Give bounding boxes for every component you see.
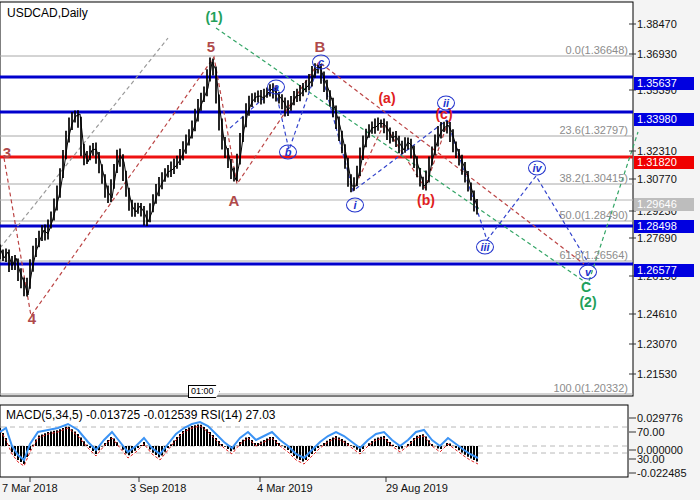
price-highlight-blue: 1.26577 (634, 264, 694, 277)
price-highlight-blue: 1.33980 (634, 113, 694, 126)
wave-label-b: (b) (417, 192, 435, 208)
price-axis-label: 1.38470 (637, 18, 677, 30)
time-axis-label: 7 Mar 2018 (2, 482, 58, 494)
wave-circle-ii: ii (437, 96, 455, 111)
price-axis-label: 1.24610 (637, 308, 677, 320)
fib-label: 100.0(1.20332) (553, 382, 628, 394)
price-highlight-blue: 1.28498 (634, 220, 694, 233)
price-highlight-blue: 1.35637 (634, 77, 694, 90)
wave-label-4: 4 (28, 310, 36, 327)
indicator-axis-label: 30.00 (637, 453, 665, 465)
wave-circle-v: v (579, 265, 597, 280)
wave-label-A: A (229, 192, 240, 209)
indicator-label: MACD(5,34,5) -0.013725 -0.012539 RSI(14)… (6, 408, 276, 422)
wave-label-2: (2) (579, 294, 596, 310)
wave-circle-iii: iii (476, 240, 494, 255)
indicator-axis-label: -0.022485 (637, 467, 687, 479)
indicator-axis-label: 0.029776 (637, 412, 683, 424)
wave-circle-b: b (279, 145, 297, 160)
wave-circle-c: c (312, 55, 330, 70)
symbol-period-label: USDCAD,Daily (7, 6, 88, 20)
price-axis-label: 1.30770 (637, 173, 677, 185)
wave-label-3: 3 (3, 144, 11, 161)
wave-circle-iv: iv (528, 161, 546, 176)
time-axis-label: 29 Aug 2019 (386, 482, 448, 494)
price-axis-label: 1.27690 (637, 232, 677, 244)
price-axis-label: 1.21530 (637, 368, 677, 380)
time-separator-tag: 01:00 (188, 385, 220, 398)
wave-label-a: (a) (378, 90, 395, 106)
price-axis-label: 1.36930 (637, 48, 677, 60)
fib-label: 61.8(1.26564) (560, 249, 629, 261)
wave-label-1: (1) (205, 9, 222, 25)
fib-label: 0.0(1.36648) (566, 44, 628, 56)
wave-label-B: B (315, 38, 326, 55)
wave-circle-i: i (346, 198, 364, 213)
price-highlight-red: 1.31820 (634, 156, 694, 169)
fib-label: 23.6(1.32797) (560, 124, 629, 136)
indicator-axis-label: 70.00 (637, 426, 665, 438)
fib-label: 50.0(1.28490) (560, 209, 629, 221)
time-axis-label: 4 Mar 2019 (257, 482, 313, 494)
wave-label-5: 5 (207, 38, 215, 55)
fib-label: 38.2(1.30415) (560, 172, 629, 184)
chart-window: USDCAD,Daily MACD(5,34,5) -0.013725 -0.0… (0, 0, 700, 500)
price-highlight-gray: 1.29646 (634, 198, 694, 211)
price-axis-label: 1.23070 (637, 338, 677, 350)
wave-label-C: C (581, 279, 591, 295)
time-axis-label: 3 Sep 2018 (130, 482, 186, 494)
wave-circle-a: a (267, 80, 285, 95)
